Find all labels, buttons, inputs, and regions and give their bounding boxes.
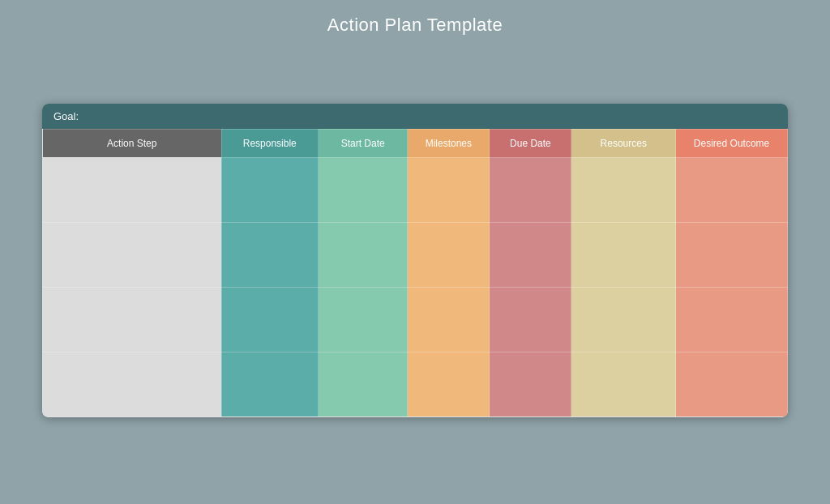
- cell-action-step[interactable]: [43, 287, 222, 352]
- cell-due-date[interactable]: [490, 287, 571, 352]
- header-resources: Resources: [571, 129, 676, 157]
- header-milestones: Milestones: [408, 129, 490, 157]
- action-plan-table: Action Step Responsible Start Date Miles…: [42, 129, 788, 417]
- cell-resources[interactable]: [571, 222, 676, 287]
- cell-start-date[interactable]: [319, 352, 408, 416]
- table-header-row: Action Step Responsible Start Date Miles…: [43, 129, 788, 157]
- cell-due-date[interactable]: [490, 157, 571, 222]
- header-desired-outcome: Desired Outcome: [676, 129, 788, 157]
- cell-start-date[interactable]: [319, 287, 408, 352]
- cell-milestones[interactable]: [408, 352, 490, 416]
- cell-resources[interactable]: [571, 157, 676, 222]
- cell-action-step[interactable]: [43, 222, 222, 287]
- header-responsible: Responsible: [221, 129, 318, 157]
- cell-desired-outcome[interactable]: [676, 352, 788, 416]
- cell-desired-outcome[interactable]: [676, 157, 788, 222]
- cell-responsible[interactable]: [221, 287, 318, 352]
- cell-action-step[interactable]: [43, 352, 222, 416]
- header-start-date: Start Date: [319, 129, 408, 157]
- cell-milestones[interactable]: [408, 157, 490, 222]
- cell-resources[interactable]: [571, 352, 676, 416]
- cell-responsible[interactable]: [221, 352, 318, 416]
- cell-milestones[interactable]: [408, 222, 490, 287]
- cell-due-date[interactable]: [490, 352, 571, 416]
- goal-label: Goal:: [53, 110, 79, 122]
- cell-resources[interactable]: [571, 287, 676, 352]
- table-body: [43, 157, 788, 416]
- cell-desired-outcome[interactable]: [676, 287, 788, 352]
- action-plan-card: Goal: Action Step Responsible Start Date…: [42, 104, 788, 417]
- cell-desired-outcome[interactable]: [676, 222, 788, 287]
- table-row[interactable]: [43, 157, 788, 222]
- goal-bar: Goal:: [42, 104, 788, 129]
- table-row[interactable]: [43, 222, 788, 287]
- table-row[interactable]: [43, 287, 788, 352]
- cell-milestones[interactable]: [408, 287, 490, 352]
- cell-responsible[interactable]: [221, 222, 318, 287]
- table-row[interactable]: [43, 352, 788, 416]
- cell-start-date[interactable]: [319, 222, 408, 287]
- header-action-step: Action Step: [43, 129, 222, 157]
- cell-action-step[interactable]: [43, 157, 222, 222]
- cell-responsible[interactable]: [221, 157, 318, 222]
- cell-due-date[interactable]: [490, 222, 571, 287]
- cell-start-date[interactable]: [319, 157, 408, 222]
- header-due-date: Due Date: [490, 129, 571, 157]
- page-title: Action Plan Template: [327, 15, 503, 36]
